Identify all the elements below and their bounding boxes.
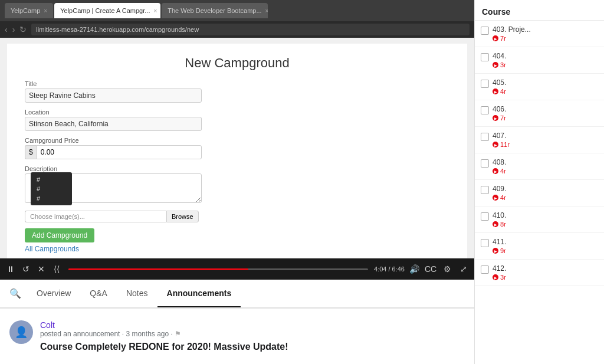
play-icon-412: ▶ (493, 274, 498, 280)
course-checkbox-412[interactable] (481, 265, 489, 274)
location-input[interactable] (25, 117, 202, 131)
play-icon-409: ▶ (493, 195, 498, 201)
post-meta-text: posted an announcement · 3 months ago · (40, 330, 173, 338)
course-item-407[interactable]: 407. ▶ 11r (475, 127, 604, 153)
course-item-405[interactable]: 405. ▶ 4r (475, 74, 604, 100)
webpage-preview: New Campground Title Location Campground… (7, 44, 467, 258)
course-checkbox-411[interactable] (481, 239, 489, 247)
tab-label-3: The Web Developer Bootcamp... (168, 7, 261, 14)
course-item-408[interactable]: 408. ▶ 4r (475, 153, 604, 180)
course-checkbox-407[interactable] (481, 133, 489, 141)
tab-notes[interactable]: Notes (117, 280, 157, 307)
browse-button[interactable]: Browse (166, 211, 199, 222)
context-item-2[interactable]: # (31, 184, 72, 194)
course-item-409[interactable]: 409. ▶ 4r (475, 180, 604, 206)
announcement-title: Course Completely REDONE for 2020! Massi… (40, 342, 288, 352)
post-meta: posted an announcement · 3 months ago · … (40, 330, 288, 338)
play-icon-405: ▶ (493, 88, 498, 94)
course-duration-410: ▶ 8r (493, 221, 598, 228)
course-info-407: 407. ▶ 11r (493, 132, 598, 148)
page-title: New Campground (25, 55, 449, 71)
course-num-411: 411. (493, 238, 598, 246)
tab-close-3-icon[interactable]: × (265, 8, 268, 14)
price-group: Campground Price $ (25, 137, 449, 159)
tab-close-icon[interactable]: × (44, 8, 47, 14)
context-menu: # # # (31, 172, 72, 205)
course-num-406: 406. (493, 105, 598, 113)
rewind-button[interactable]: ⟨⟨ (51, 264, 63, 274)
right-sidebar: Course 403. Proje... ▶ 7r 404. ▶ 3r 405.… (474, 0, 604, 364)
course-item-406[interactable]: 406. ▶ 7r (475, 100, 604, 127)
back-button[interactable]: ‹ (5, 25, 8, 34)
price-input[interactable] (37, 145, 202, 159)
title-label: Title (25, 80, 449, 87)
course-info-405: 405. ▶ 4r (493, 78, 598, 95)
context-item-3[interactable]: # (31, 194, 72, 203)
tab-qa[interactable]: Q&A (80, 280, 117, 307)
tab-create-campground[interactable]: YelpCamp | Create A Campgr... × (54, 3, 160, 18)
course-num-407: 407. (493, 132, 598, 140)
tab-announcements[interactable]: Announcements (157, 280, 241, 307)
price-label: Campground Price (25, 137, 449, 144)
video-controls-bar: ⏸ ↺ ✕ ⟨⟨ 4:04 / 6:46 🔊 CC ⚙ ⤢ (0, 258, 474, 280)
course-checkbox-406[interactable] (481, 106, 489, 114)
refresh-button[interactable]: ↻ (19, 25, 27, 34)
search-icon[interactable]: 🔍 (9, 280, 27, 307)
forward-button[interactable]: › (12, 25, 15, 34)
tab-close-active-icon[interactable]: × (153, 8, 157, 14)
tab-overview[interactable]: Overview (27, 280, 80, 307)
course-item-411[interactable]: 411. ▶ 9r (475, 233, 604, 260)
poster-name[interactable]: Colt (40, 320, 288, 330)
volume-button[interactable]: 🔊 (408, 264, 420, 274)
sidebar-header: Course (475, 0, 604, 21)
file-input-row: Choose image(s)... Browse (25, 211, 449, 222)
course-checkbox-404[interactable] (481, 53, 489, 61)
title-group: Title (25, 80, 449, 103)
course-checkbox-409[interactable] (481, 186, 489, 194)
add-campground-button[interactable]: Add Campground (25, 228, 94, 242)
course-info-406: 406. ▶ 7r (493, 105, 598, 122)
settings-button[interactable]: ⚙ (441, 264, 453, 274)
course-item-410[interactable]: 410. ▶ 8r (475, 206, 604, 233)
course-num-404: 404. (493, 52, 598, 60)
flag-icon[interactable]: ⚑ (175, 330, 181, 338)
course-item-412[interactable]: 412. ▶ 3r (475, 260, 604, 286)
location-label: Location (25, 109, 449, 116)
course-info-410: 410. ▶ 8r (493, 211, 598, 228)
course-checkbox-405[interactable] (481, 80, 489, 88)
description-group: Description # # # (25, 165, 449, 205)
course-num-409: 409. (493, 185, 598, 193)
title-input[interactable] (25, 88, 202, 103)
time-display: 4:04 / 6:46 (374, 265, 405, 273)
play-icon-404: ▶ (493, 62, 498, 68)
play-pause-button[interactable]: ⏸ (5, 264, 17, 274)
file-label: Choose image(s)... (25, 211, 166, 222)
progress-bar[interactable] (68, 268, 368, 270)
play-icon-410: ▶ (493, 221, 498, 227)
course-checkbox-408[interactable] (481, 159, 489, 168)
course-info-404: 404. ▶ 3r (493, 52, 598, 68)
captions-button[interactable]: CC (425, 264, 436, 274)
play-icon-407: ▶ (493, 142, 498, 147)
course-checkbox-410[interactable] (481, 212, 489, 221)
tab-yelpcamp[interactable]: YelpCamp × (5, 3, 53, 18)
all-campgrounds-link[interactable]: All Campgrounds (25, 245, 449, 253)
fullscreen-button[interactable]: ⤢ (458, 264, 470, 274)
context-item-1[interactable]: # (31, 175, 72, 184)
course-item-404[interactable]: 404. ▶ 3r (475, 47, 604, 74)
course-info-412: 412. ▶ 3r (493, 264, 598, 281)
course-checkbox-403[interactable] (481, 27, 489, 35)
tab-web-dev-bootcamp[interactable]: The Web Developer Bootcamp... × (162, 3, 268, 18)
control-icons: 🔊 CC ⚙ ⤢ (408, 264, 470, 274)
tab-label-active: YelpCamp | Create A Campgr... (60, 7, 150, 14)
location-group: Location (25, 109, 449, 131)
announcements-content: 👤 Colt posted an announcement · 3 months… (0, 309, 474, 364)
course-duration-408: ▶ 4r (493, 168, 598, 175)
skip-back-button[interactable]: ↺ (20, 264, 32, 274)
course-item-403[interactable]: 403. Proje... ▶ 7r (475, 21, 604, 47)
stop-button[interactable]: ✕ (35, 264, 47, 274)
course-duration-411: ▶ 9r (493, 247, 598, 254)
url-field[interactable]: limitless-mesa-27141.herokuapp.com/campg… (31, 24, 470, 35)
course-info-411: 411. ▶ 9r (493, 238, 598, 254)
url-text: limitless-mesa-27141.herokuapp.com/campg… (36, 26, 199, 33)
